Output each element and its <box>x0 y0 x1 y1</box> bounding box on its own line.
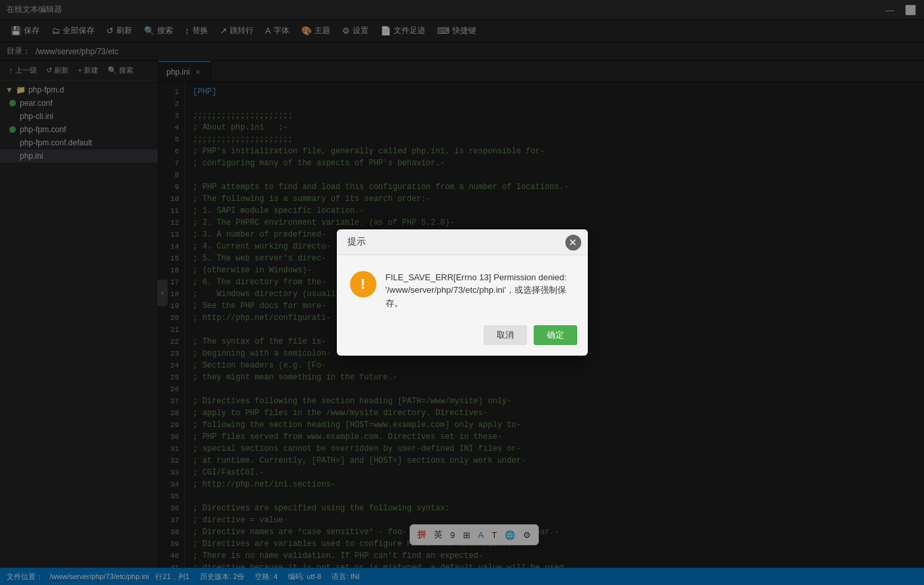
modal-overlay: 提示 ✕ ! FILE_SAVE_ERR[Errno 13] Permissio… <box>0 0 924 585</box>
modal-header: 提示 <box>337 229 588 255</box>
modal-footer: 取消 确定 <box>337 320 588 356</box>
modal-confirm-button[interactable]: 确定 <box>534 325 577 345</box>
modal-warning-icon: ! <box>350 271 376 297</box>
modal-close-button[interactable]: ✕ <box>565 235 581 251</box>
modal-message: FILE_SAVE_ERR[Errno 13] Permission denie… <box>386 271 575 310</box>
modal-cancel-button[interactable]: 取消 <box>483 325 527 345</box>
modal-body: ! FILE_SAVE_ERR[Errno 13] Permission den… <box>337 255 588 321</box>
modal-dialog: 提示 ✕ ! FILE_SAVE_ERR[Errno 13] Permissio… <box>337 229 588 356</box>
